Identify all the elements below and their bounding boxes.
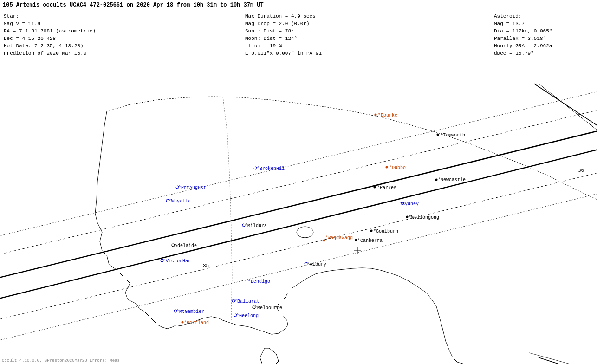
city-label-ballarat: °Ballarat <box>234 299 260 304</box>
city-label-tamworth: *Tamworth <box>440 133 465 138</box>
city-label-albury: °Albury <box>307 262 326 267</box>
city-dot-canberra <box>355 239 357 241</box>
max-duration: Max Duration = 4.9 secs <box>245 13 488 20</box>
city-label-adelaide: Adelaide <box>175 243 197 248</box>
path-end-line3 <box>539 358 597 364</box>
city-label-bendigo: °Bendigo <box>248 279 270 284</box>
city-label-parkes: *Parkes <box>377 185 396 190</box>
city-label-victorhar: °VictorHar <box>163 259 191 264</box>
city-dot-tamworth <box>437 134 439 136</box>
moon-illum: illum = 19 % <box>245 43 488 50</box>
city-label-sydney: °Sydney <box>399 202 419 207</box>
asteroid-parallax: Parallax = 3.518" <box>494 35 593 43</box>
tasmania <box>260 348 279 364</box>
asteroid-info-panel: Asteroid: Mag = 13.7 Dia = 117km, 0.065"… <box>490 11 597 59</box>
city-dot-wollongong <box>406 216 409 218</box>
city-dot-goulburn <box>370 230 373 232</box>
moon-dist: Moon: Dist = 124° <box>245 35 488 43</box>
occult-dashed-upper2 <box>0 91 597 237</box>
city-label-newcastle: *Newcastle <box>438 177 466 182</box>
path-end-line5 <box>529 353 597 364</box>
header-title: 105 Artemis occults UCAC4 472-025661 on … <box>3 2 264 8</box>
star-label: Star: <box>4 13 238 20</box>
city-dot-parkes <box>374 186 376 188</box>
coastline-upper <box>107 97 597 200</box>
star-dec: Dec = 4 15 20.428 <box>4 35 238 43</box>
city-label-wollongong: *Wollongong <box>409 215 439 220</box>
city-label-brokenhil: °BrokenHil <box>257 166 285 171</box>
mag-drop: Mag Drop = 2.0 (0.0r) <box>245 20 488 28</box>
city-label-canberra: *Canberra <box>357 238 383 243</box>
path-end-line2 <box>539 84 597 130</box>
occult-dashed-upper1 <box>0 109 597 255</box>
city-label-bourke: *Bourke <box>378 113 397 118</box>
max-info-panel: Max Duration = 4.9 secs Mag Drop = 2.0 (… <box>241 11 492 59</box>
city-label-goulburn: *Goulburn <box>373 229 398 234</box>
city-label-dubbo: *Dubbo <box>389 165 406 170</box>
star-prediction: Prediction of 2020 Mar 15.0 <box>4 50 238 58</box>
city-label-wagga: *WaggaWagg <box>325 235 353 240</box>
star-ra: RA = 7 1 31.7081 (astrometric) <box>4 28 238 35</box>
sun-dist: Sun : Dist = 78° <box>245 28 488 35</box>
city-label-melbourne: °Melbourne <box>254 306 282 311</box>
city-label-mtgambier: °MtGambier <box>176 309 204 314</box>
city-label-portland: *Portland <box>184 320 209 325</box>
city-dot-bourke <box>375 114 377 116</box>
asteroid-dia: Dia = 117km, 0.065" <box>494 28 593 35</box>
star-info-panel: Star: Mag V = 11.9 RA = 7 1 31.7081 (ast… <box>0 11 241 59</box>
map-area: 35 36 *Bourke *Dubbo *WaggaWagg *Portlan… <box>0 42 597 364</box>
city-label-mildura: °Mildura <box>245 223 267 228</box>
occult-path-upper <box>0 130 597 279</box>
error-ellipse: E 0.011"x 0.007" in PA 91 <box>245 50 488 58</box>
asteroid-ddec: dDec = 15.79" <box>494 50 593 58</box>
state-boundaries <box>223 97 232 320</box>
city-label-geelong: °Geelong <box>236 313 259 318</box>
occult-path-lower <box>0 149 597 299</box>
footer: Occult 4.10.0.0, SPreston2020Mar28 Error… <box>2 358 120 363</box>
map-svg: 35 36 *Bourke *Dubbo *WaggaWagg *Portlan… <box>0 42 597 364</box>
path-number-35: 35 <box>203 263 209 268</box>
asteroid-label: Asteroid: <box>494 13 593 20</box>
star-mag-v: Mag V = 11.9 <box>4 20 238 28</box>
error-ellipse-marker <box>297 227 313 238</box>
occult-dashed-lower1 <box>0 172 597 320</box>
coastline <box>95 111 464 364</box>
footer-text: Occult 4.10.0.0, SPreston2020Mar28 Error… <box>2 358 120 363</box>
city-label-whyalla: °Whyalla <box>169 199 191 204</box>
star-hot-date: Hot Date: 7 2 35, 4 13.28) <box>4 43 238 50</box>
occult-dashed-lower2 <box>0 193 597 341</box>
city-dot-portland <box>182 321 184 324</box>
asteroid-hourly-gra: Hourly GRA = 2.962a <box>494 43 593 50</box>
city-dot-newcastle <box>435 179 438 181</box>
path-number-36: 36 <box>578 168 584 173</box>
city-dot-dubbo <box>386 166 388 169</box>
asteroid-mag: Mag = 13.7 <box>494 20 593 28</box>
header-bar: 105 Artemis occults UCAC4 472-025661 on … <box>0 0 597 10</box>
city-label-prtaugust: °PrtAugust <box>178 185 206 190</box>
